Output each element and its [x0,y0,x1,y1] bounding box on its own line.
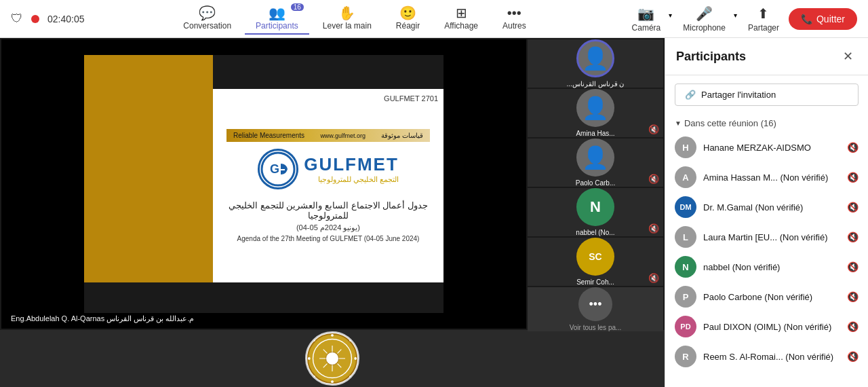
svg-text:G: G [270,162,279,176]
nav-participants[interactable]: 👥 Participants 16 [245,3,309,35]
svg-point-18 [349,375,351,377]
logo-circle: G [258,149,298,189]
list-item: R Reem S. Al-Romai... (Non vérifié) 🔇 [665,342,868,371]
thumb-mic-nabbel: 🔇 [648,223,659,234]
see-all-label: Voir tous les pa... [570,324,622,331]
p-mic-dr-m: 🔇 [847,202,859,213]
see-all-dots: ••• [578,287,612,321]
share-invite-icon: 🔗 [685,90,696,100]
panel-close-button[interactable]: ✕ [839,48,857,65]
avatar-qarnas: 👤 [576,39,614,77]
gulfmet-logo: G GULFMET التجمع الخليجي للمترولوجيا [258,149,399,189]
microphone-group: 🎤 Microphone ▾ [676,3,738,35]
quit-button[interactable]: 📞 Quitter [789,8,857,30]
topbar-devices: 📷 Caméra ▾ 🎤 Microphone ▾ ⬆ Partager 📞 Q… [625,3,857,35]
logo-svg: G [260,151,296,187]
p-name-hanane: Hanane MERZAK-AIDSMO [703,143,840,153]
slide-banner-url: www.gulfmet.org [320,132,366,139]
slide-number: GULFMET 2701 [384,94,438,103]
avatar-amina: 👤 [576,89,614,127]
slide-title-eng: Agenda of the 27th Meeting of GULFMET (0… [237,235,420,242]
nav-autres[interactable]: ••• Autres [492,3,537,35]
list-item: H Hanane MERZAK-AIDSMO 🔇 [665,132,868,162]
p-name-paolo2: Paolo Carbone (Non vérifié) [703,292,840,302]
nav-conversation[interactable]: 💬 Conversation [172,3,242,35]
main-video: GULFMET 2701 Reliable Measurements www.g… [1,39,526,329]
participant-grid: GULFMET 2701 Reliable Measurements www.g… [0,38,665,330]
slide-gold-bar [84,55,213,313]
participants-badge: 16 [291,3,304,11]
nav-raise-hand-label: Lever la main [323,21,372,31]
camera-label: Caméra [632,23,661,33]
avatar-paul: PD [675,316,696,337]
thumb-paolo: 👤 Paolo Carb... 🔇 [528,139,663,187]
microphone-label: Microphone [683,23,726,33]
list-item: P Paolo Carbone (Non vérifié) 🔇 [665,282,868,312]
p-mic-laura: 🔇 [847,232,859,242]
svg-point-13 [331,334,334,337]
slide-bottom-bar [84,282,443,313]
main-content: GULFMET 2701 Reliable Measurements www.g… [0,38,868,387]
participants-panel: Participants ✕ 🔗 Partager l'invitation ▼… [665,38,868,387]
p-mic-reem: 🔇 [847,351,859,362]
slide-banner-eng: Reliable Measurements [233,132,304,139]
thumb-mic-semir: 🔇 [648,273,659,283]
list-item: A Amina Hassan M... (Non vérifié) 🔇 [665,162,868,192]
slide-title-arabic: جدول أعمال الاجتماع السابع والعشرين للتج… [226,200,430,221]
speaker-label: Eng.Abdulelah Q. Al-Qarnas م.عبدالله بن … [5,313,199,325]
shield-icon: 🛡 [11,12,23,26]
avatar-paolo2: P [675,286,696,308]
avatar-paolo: 👤 [576,139,614,177]
topbar-nav: 💬 Conversation 👥 Participants 16 ✋ Lever… [172,3,536,35]
nav-react[interactable]: 🙂 Réagir [385,3,431,35]
svg-point-14 [331,380,334,383]
video-area: GULFMET 2701 Reliable Measurements www.g… [0,38,665,387]
arab-league-emblem [307,331,358,386]
nav-react-label: Réagir [396,21,420,31]
conversation-icon: 💬 [199,6,216,20]
nav-participants-label: Participants [256,21,298,31]
thumb-name-amina: Amina Has... [573,130,617,137]
nav-affichage[interactable]: ⊞ Affichage [433,3,489,35]
p-name-amina-m: Amina Hassan M... (Non vérifié) [703,172,840,183]
slide: GULFMET 2701 Reliable Measurements www.g… [84,55,443,313]
camera-button[interactable]: 📷 Caméra [625,3,668,35]
svg-point-4 [326,352,339,365]
affichage-icon: ⊞ [456,6,467,20]
panel-header: Participants ✕ [665,38,868,75]
slide-banner: Reliable Measurements www.gulfmet.org قي… [226,129,430,142]
thumb-name-semir: Semir Coh... [574,278,617,286]
invite-label: Partager l'invitation [701,90,776,100]
react-icon: 🙂 [399,6,416,20]
quit-label: Quitter [816,14,845,24]
slide-banner-arabic: قياسات موثوقة [381,132,423,139]
p-name-reem: Reem S. Al-Romai... (Non vérifié) [703,352,840,362]
nav-raise-hand[interactable]: ✋ Lever la main [312,3,382,35]
avatar-semir: SC [576,238,614,276]
share-icon: ⬆ [757,5,769,22]
thumb-amina: 👤 Amina Has... 🔇 [528,89,663,137]
logo-arabic: التجمع الخليجي للمترولوجيا [304,175,399,184]
autres-icon: ••• [507,6,521,20]
svg-point-19 [349,339,351,342]
topbar: 🛡 02:40:05 💬 Conversation 👥 Participants… [0,0,868,38]
invite-button[interactable]: 🔗 Partager l'invitation [675,84,859,106]
share-button[interactable]: ⬆ Partager [741,3,786,35]
p-name-dr-m: Dr. M.Gamal (Non vérifié) [703,202,840,213]
svg-point-20 [313,375,315,377]
thumb-mic-paolo: 🔇 [648,174,659,184]
microphone-chevron[interactable]: ▾ [732,12,738,19]
avatar-hanane: H [675,136,696,158]
camera-group: 📷 Caméra ▾ [625,3,674,35]
list-item: N nabbel (Non vérifié) 🔇 [665,252,868,282]
camera-chevron[interactable]: ▾ [667,12,673,19]
topbar-left: 🛡 02:40:05 [11,12,85,26]
microphone-button[interactable]: 🎤 Microphone [676,3,732,35]
svg-point-15 [308,357,311,360]
slide-title-paren: (04-05 يونيو 2024م) [296,223,360,232]
p-mic-paolo2: 🔇 [847,291,859,302]
logo-text: GULFMET التجمع الخليجي للمترولوجيا [304,154,399,184]
thumb-mic-amina: 🔇 [648,124,659,134]
avatar-amina-m: A [675,166,696,188]
p-name-paul: Paul DIXON (OIML) (Non vérifié) [703,322,840,332]
